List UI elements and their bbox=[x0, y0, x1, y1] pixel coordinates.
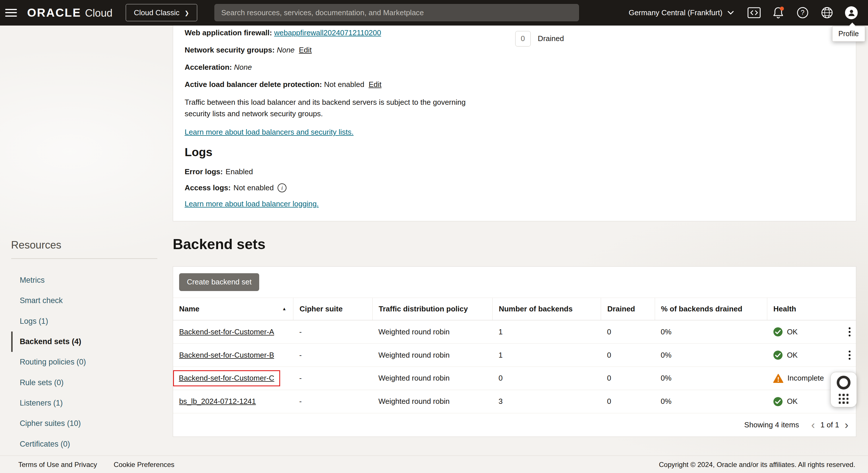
cloud-classic-button[interactable]: Cloud Classic ❯ bbox=[126, 4, 197, 21]
sort-ascending-icon: ▲ bbox=[282, 306, 286, 311]
cell-drained: 0 bbox=[601, 351, 654, 359]
oracle-wordmark: ORACLE bbox=[27, 6, 81, 20]
cell-name: Backend-set-for-Customer-C bbox=[173, 374, 293, 383]
sidebar-item-listeners-1[interactable]: Listeners (1) bbox=[11, 393, 157, 413]
cell-percent-drained: 0% bbox=[655, 397, 767, 406]
oracle-cloud-logo[interactable]: ORACLE Cloud bbox=[27, 6, 112, 20]
column-header-name[interactable]: Name▲ bbox=[173, 298, 293, 320]
help-button[interactable]: ? bbox=[790, 0, 815, 26]
info-icon[interactable]: i bbox=[278, 183, 286, 192]
column-header-cipher-suite[interactable]: Cipher suite bbox=[293, 298, 372, 320]
cell-traffic-policy: Weighted round robin bbox=[372, 374, 492, 383]
cell-name: Backend-set-for-Customer-B bbox=[173, 351, 293, 359]
ok-icon bbox=[773, 327, 783, 337]
access-logs-row: Access logs: Not enabled i bbox=[185, 183, 856, 192]
column-header-traffic-distribution-policy[interactable]: Traffic distribution policy bbox=[372, 298, 492, 320]
sidebar-item-logs-1[interactable]: Logs (1) bbox=[11, 311, 157, 331]
column-label: Drained bbox=[608, 305, 635, 313]
backend-sets-heading: Backend sets bbox=[173, 236, 266, 253]
table-row: Backend-set-for-Customer-C-Weighted roun… bbox=[173, 367, 856, 390]
cell-traffic-policy: Weighted round robin bbox=[372, 327, 492, 336]
security-lists-learn-link[interactable]: Learn more about load balancers and secu… bbox=[185, 128, 353, 136]
resources-sidebar: Resources MetricsSmart checkLogs (1)Back… bbox=[11, 239, 157, 454]
sidebar-item-certificates-0[interactable]: Certificates (0) bbox=[11, 434, 157, 454]
terms-link[interactable]: Terms of Use and Privacy bbox=[19, 461, 97, 469]
dots-grid-icon bbox=[839, 394, 849, 404]
backend-set-link[interactable]: Backend-set-for-Customer-B bbox=[179, 351, 274, 359]
notifications-button[interactable] bbox=[766, 0, 790, 26]
help-icon: ? bbox=[797, 7, 809, 19]
column-label: % of backends drained bbox=[661, 305, 742, 313]
sidebar-item-metrics[interactable]: Metrics bbox=[11, 270, 157, 290]
create-backend-set-button[interactable]: Create backend set bbox=[179, 273, 259, 291]
delete-protection-edit-link[interactable]: Edit bbox=[369, 80, 381, 89]
drained-summary: 0 Drained bbox=[515, 31, 564, 46]
error-logs-value: Enabled bbox=[226, 167, 253, 176]
language-button[interactable] bbox=[815, 0, 839, 26]
sidebar-item-routing-policies-0[interactable]: Routing policies (0) bbox=[11, 352, 157, 372]
column-header-number-of-backends[interactable]: Number of backends bbox=[492, 298, 601, 320]
cell-percent-drained: 0% bbox=[655, 374, 767, 383]
main-content: Web application firewall: webappfirewall… bbox=[0, 26, 868, 456]
row-actions-menu-button[interactable] bbox=[844, 350, 856, 360]
acceleration-label: Acceleration: bbox=[185, 63, 232, 71]
traffic-note: Traffic between this load balancer and i… bbox=[185, 96, 492, 120]
cell-health: OK bbox=[767, 350, 844, 360]
logging-learn-link[interactable]: Learn more about load balancer logging. bbox=[185, 199, 319, 208]
column-label: Number of backends bbox=[499, 305, 572, 313]
health-label: Incomplete bbox=[787, 374, 824, 383]
column-header-of-backends-drained[interactable]: % of backends drained bbox=[655, 298, 767, 320]
table-body: Backend-set-for-Customer-A-Weighted roun… bbox=[173, 320, 856, 413]
row-actions-menu-button[interactable] bbox=[844, 327, 856, 337]
column-header-drained[interactable]: Drained bbox=[601, 298, 654, 320]
region-selector[interactable]: Germany Central (Frankfurt) bbox=[629, 8, 734, 17]
copyright-text: Copyright © 2024, Oracle and/or its affi… bbox=[659, 461, 855, 469]
developer-tools-button[interactable] bbox=[742, 0, 766, 26]
person-icon bbox=[848, 9, 856, 17]
column-label: Name bbox=[179, 305, 199, 313]
cell-drained: 0 bbox=[601, 397, 654, 406]
load-balancer-details-panel: Web application firewall: webappfirewall… bbox=[173, 26, 857, 222]
table-footer: Showing 4 items ‹ 1 of 1 › bbox=[173, 413, 856, 437]
table-row: Backend-set-for-Customer-A-Weighted roun… bbox=[173, 320, 856, 344]
waf-label: Web application firewall: bbox=[185, 28, 272, 37]
cell-cipher-suite: - bbox=[293, 397, 372, 406]
code-console-icon bbox=[747, 7, 761, 19]
cell-drained: 0 bbox=[601, 374, 654, 383]
access-logs-label: Access logs: bbox=[185, 183, 231, 192]
delete-protection-value: Not enabled bbox=[324, 80, 364, 89]
target-icon bbox=[837, 376, 850, 389]
sidebar-item-smart-check[interactable]: Smart check bbox=[11, 290, 157, 311]
logs-heading: Logs bbox=[185, 146, 856, 159]
floating-widget[interactable] bbox=[830, 372, 857, 407]
backend-set-link[interactable]: Backend-set-for-Customer-C bbox=[179, 374, 274, 382]
cell-traffic-policy: Weighted round robin bbox=[372, 351, 492, 359]
table-row: bs_lb_2024-0712-1241-Weighted round robi… bbox=[173, 390, 856, 413]
drained-label: Drained bbox=[538, 34, 564, 43]
cell-number-of-backends: 1 bbox=[492, 327, 601, 336]
table-row: Backend-set-for-Customer-B-Weighted roun… bbox=[173, 344, 856, 367]
search-input[interactable] bbox=[214, 4, 579, 21]
sidebar-divider bbox=[11, 258, 157, 259]
nsg-edit-link[interactable]: Edit bbox=[299, 45, 312, 54]
cookie-preferences-link[interactable]: Cookie Preferences bbox=[114, 461, 175, 469]
cloud-classic-label: Cloud Classic bbox=[134, 8, 179, 17]
sidebar-item-cipher-suites-10[interactable]: Cipher suites (10) bbox=[11, 413, 157, 434]
waf-link[interactable]: webappfirewall20240712110200 bbox=[274, 28, 381, 37]
cell-name: bs_lb_2024-0712-1241 bbox=[173, 397, 293, 406]
column-header-health[interactable]: Health bbox=[767, 298, 844, 320]
page-previous-icon[interactable]: ‹ bbox=[811, 421, 815, 429]
sidebar-item-rule-sets-0[interactable]: Rule sets (0) bbox=[11, 372, 157, 392]
warning-icon bbox=[773, 374, 784, 383]
health-label: OK bbox=[787, 327, 798, 336]
hamburger-icon bbox=[5, 9, 17, 17]
page-next-icon[interactable]: › bbox=[845, 421, 848, 429]
sidebar-list: MetricsSmart checkLogs (1)Backend sets (… bbox=[11, 270, 157, 454]
profile-tooltip: Profile bbox=[832, 26, 865, 42]
backend-set-link[interactable]: bs_lb_2024-0712-1241 bbox=[179, 397, 256, 406]
backend-set-link[interactable]: Backend-set-for-Customer-A bbox=[179, 327, 274, 336]
avatar bbox=[845, 6, 858, 19]
profile-button[interactable] bbox=[839, 0, 864, 26]
sidebar-item-backend-sets-4[interactable]: Backend sets (4) bbox=[11, 332, 157, 352]
navigation-menu-button[interactable] bbox=[0, 0, 22, 26]
